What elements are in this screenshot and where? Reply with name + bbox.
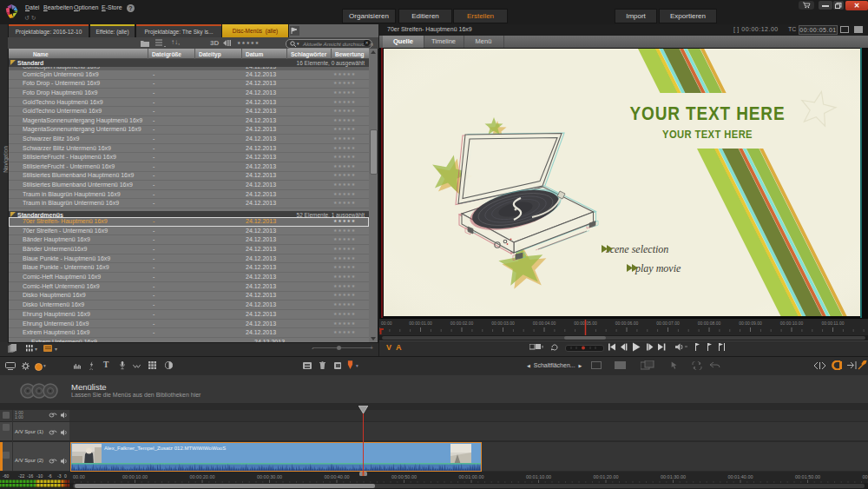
svg-text:00:02:00.00: 00:02:00.00 (862, 474, 868, 479)
svg-text:00.00: 00.00 (73, 474, 85, 479)
svg-text:00:00:02.00: 00:00:02.00 (450, 320, 474, 326)
svg-text:00:00:11.00: 00:00:11.00 (821, 320, 844, 326)
svg-text:00:00:09.00: 00:00:09.00 (739, 320, 762, 326)
svg-text:YOUR TEXT HERE: YOUR TEXT HERE (662, 128, 753, 141)
svg-text:00:01:20.00: 00:01:20.00 (593, 474, 618, 479)
svg-text:00:01:40.00: 00:01:40.00 (727, 474, 753, 479)
svg-text:00:01:10.00: 00:01:10.00 (526, 474, 551, 479)
svg-text:00:00:08.00: 00:00:08.00 (698, 320, 721, 326)
svg-text:00:01:50.00: 00:01:50.00 (795, 474, 820, 479)
svg-text:00:00:50.00: 00:00:50.00 (391, 474, 417, 479)
svg-text:00:00:04.00: 00:00:04.00 (533, 320, 556, 326)
svg-text:00:00:07.00: 00:00:07.00 (656, 320, 680, 326)
svg-text:00:00:20.00: 00:00:20.00 (189, 474, 214, 479)
svg-text:00:00: 00:00 (381, 320, 392, 326)
svg-text:00:00:30.00: 00:00:30.00 (257, 474, 282, 479)
svg-text:play movie: play movie (635, 262, 681, 274)
svg-text:00:00:03.00: 00:00:03.00 (491, 320, 515, 326)
svg-text:00:00:10.00: 00:00:10.00 (122, 474, 148, 479)
svg-text:00:00:40.00: 00:00:40.00 (324, 474, 349, 479)
svg-text:00:01:00.00: 00:01:00.00 (458, 474, 483, 479)
svg-text:00:00:06.00: 00:00:06.00 (615, 320, 639, 326)
svg-text:00:00:10.00: 00:00:10.00 (780, 320, 804, 326)
svg-text:scene selection: scene selection (606, 243, 668, 255)
svg-text:00:00:01.00: 00:00:01.00 (409, 320, 432, 326)
svg-text:YOUR TEXT HERE: YOUR TEXT HERE (630, 102, 786, 124)
svg-text:00:01:30.00: 00:01:30.00 (661, 474, 686, 479)
